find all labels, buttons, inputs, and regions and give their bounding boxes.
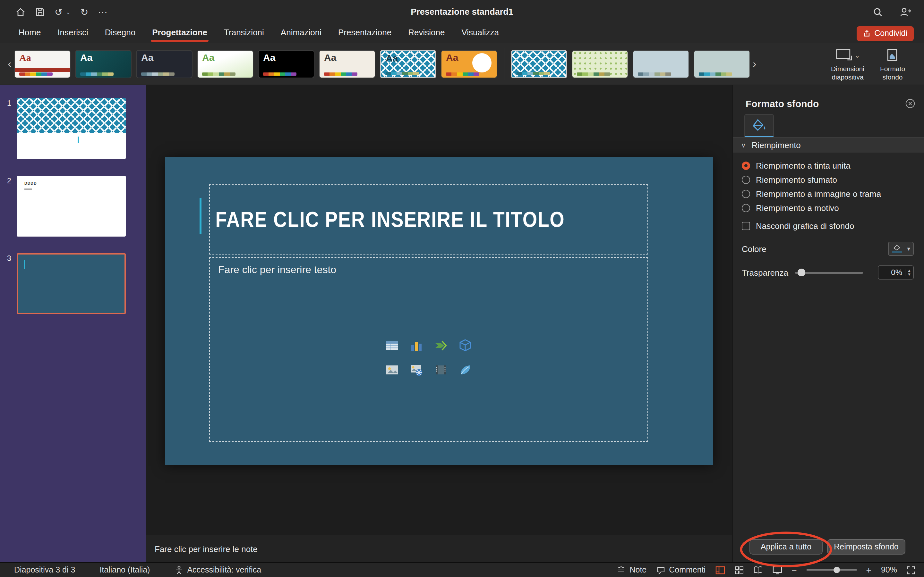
zoom-slider[interactable]	[806, 566, 857, 574]
theme-thumbnail-8[interactable]: Aa	[441, 50, 497, 78]
language-selector[interactable]: Italiano (Italia)	[99, 566, 150, 574]
fill-color-picker[interactable]: ▼	[888, 242, 914, 256]
slide-thumbnail-3-selected[interactable]	[17, 253, 126, 314]
theme-thumbnail-5[interactable]: Aa	[258, 50, 314, 78]
theme-thumbnail-6[interactable]: Aa	[319, 50, 375, 78]
accessibility-icon	[174, 566, 183, 574]
more-commands-icon[interactable]: ⋯	[98, 7, 107, 17]
radio-selected[interactable]	[742, 161, 750, 169]
fill-option-solid[interactable]: Riempimento a tinta unita	[733, 158, 924, 172]
title-placeholder[interactable]: FARE CLIC PER INSERIRE IL TITOLO	[209, 184, 648, 255]
slide-thumbnail-2[interactable]: DDDD	[17, 176, 126, 237]
theme-gallery: Aa Aa Aa Aa Aa Aa	[14, 50, 497, 78]
save-icon[interactable]	[35, 7, 45, 17]
slide-size-button[interactable]: ⌄ Dimensioni diapositiva	[827, 47, 869, 81]
reading-view-icon[interactable]	[753, 566, 762, 574]
insert-picture-icon[interactable]	[380, 358, 404, 382]
share-account-icon[interactable]	[900, 7, 911, 17]
radio[interactable]	[742, 189, 750, 198]
radio[interactable]	[742, 175, 750, 184]
theme-thumbnail-3[interactable]: Aa	[136, 50, 192, 78]
tab-disegno[interactable]: Disegno	[97, 24, 144, 43]
transparency-steppers[interactable]: ▲ ▼	[905, 269, 913, 276]
tab-transizioni[interactable]: Transizioni	[216, 24, 272, 43]
tab-home[interactable]: Home	[10, 24, 49, 43]
theme-thumbnail-1[interactable]: Aa	[14, 50, 71, 78]
slide-number: 1	[0, 98, 17, 159]
zoom-in-icon[interactable]: +	[866, 565, 871, 575]
variant-thumbnail-4[interactable]	[694, 50, 750, 78]
fill-section-header[interactable]: ∨ Riempimento	[733, 138, 924, 153]
insert-smartart-icon[interactable]	[429, 334, 453, 358]
fill-option-picture[interactable]: Riempimento a immagine o trama	[733, 187, 924, 201]
condividi-button[interactable]: Condividi	[856, 26, 914, 41]
tab-revisione[interactable]: Revisione	[400, 24, 453, 43]
fit-to-window-icon[interactable]	[907, 566, 915, 574]
format-background-button[interactable]: Formato sfondo	[871, 47, 914, 81]
fill-option-pattern[interactable]: Riempimento a motivo	[733, 201, 924, 215]
zoom-percentage[interactable]: 90%	[881, 566, 897, 574]
theme-thumbnail-2[interactable]: Aa	[75, 50, 132, 78]
slide-sorter-view-icon[interactable]	[734, 566, 743, 574]
accessibility-checker[interactable]: Accessibilità: verifica	[174, 566, 261, 574]
checkbox[interactable]	[742, 221, 750, 230]
search-icon[interactable]	[873, 7, 883, 17]
tab-inserisci[interactable]: Inserisci	[49, 24, 96, 43]
tab-visualizza[interactable]: Visualizza	[453, 24, 507, 43]
insert-chart-icon[interactable]	[404, 334, 429, 358]
gallery-next-icon[interactable]: ›	[750, 58, 759, 69]
home-icon[interactable]	[15, 7, 26, 17]
radio[interactable]	[742, 203, 750, 212]
comments-toggle[interactable]: Commenti	[656, 566, 706, 574]
theme-thumbnail-4[interactable]: Aa	[197, 50, 254, 78]
slide-size-label: Dimensioni diapositiva	[827, 65, 869, 81]
stepper-up-icon[interactable]: ▲	[907, 269, 911, 272]
slide-row-1: 1	[0, 98, 145, 159]
hide-background-graphics[interactable]: Nascondi grafica di sfondo	[733, 219, 924, 233]
slide-thumbnail-1[interactable]	[17, 98, 126, 159]
fill-option-label: Riempimento a tinta unita	[756, 161, 851, 170]
slide-size-dropdown-icon: ⌄	[855, 52, 860, 59]
slide-canvas[interactable]: FARE CLIC PER INSERIRE IL TITOLO Fare cl…	[165, 157, 713, 465]
transparency-value-spinner[interactable]: 0% ▲ ▼	[878, 266, 914, 279]
undo-icon[interactable]: ↺	[55, 7, 63, 17]
hide-background-label: Nascondi grafica di sfondo	[756, 221, 854, 230]
redo-icon[interactable]: ↻	[80, 7, 88, 17]
current-color-bar	[892, 251, 902, 253]
content-placeholder[interactable]: Fare clic per inserire testo	[209, 257, 648, 442]
panel-close-icon[interactable]	[905, 99, 915, 108]
insert-table-icon[interactable]	[380, 334, 404, 358]
insert-video-icon[interactable]	[429, 358, 453, 382]
normal-view-icon[interactable]	[715, 566, 725, 574]
stepper-down-icon[interactable]: ▼	[907, 272, 911, 276]
insert-online-picture-icon[interactable]	[404, 358, 429, 382]
zoom-out-icon[interactable]: −	[792, 565, 796, 575]
transparency-slider-knob[interactable]	[797, 269, 805, 276]
notes-toggle[interactable]: Note	[617, 566, 646, 574]
tab-progettazione[interactable]: Progettazione	[144, 24, 216, 43]
fill-option-gradient[interactable]: Riempimento sfumato	[733, 172, 924, 187]
variant-thumbnail-1-selected[interactable]	[511, 50, 567, 78]
transparency-slider[interactable]	[795, 268, 863, 277]
insert-stock-icons-icon[interactable]	[453, 358, 477, 382]
fill-option-label: Riempimento a motivo	[756, 203, 839, 213]
slide-2-title-text: DDDD	[24, 181, 37, 185]
apply-to-all-button[interactable]: Applica a tutto	[750, 539, 822, 554]
insert-3d-model-icon[interactable]	[453, 334, 477, 358]
reset-background-button[interactable]: Reimposta sfondo	[827, 539, 905, 554]
theme-thumbnail-7-selected[interactable]: Aa	[380, 50, 436, 78]
notes-pane[interactable]: Fare clic per inserire le note	[145, 535, 732, 562]
zoom-slider-knob[interactable]	[834, 567, 840, 573]
slideshow-view-icon[interactable]	[772, 566, 782, 574]
variant-gallery	[511, 50, 750, 78]
content-insert-icons	[380, 334, 477, 382]
gallery-prev-icon[interactable]: ‹	[5, 58, 14, 69]
fill-tab[interactable]	[744, 114, 774, 137]
tab-animazioni[interactable]: Animazioni	[272, 24, 330, 43]
tab-presentazione[interactable]: Presentazione	[330, 24, 400, 43]
undo-dropdown-icon[interactable]: ⌄	[66, 9, 71, 15]
slide-counter: Diapositiva 3 di 3	[14, 566, 75, 574]
variant-thumbnail-2[interactable]	[572, 50, 628, 78]
fill-section-label: Riempimento	[752, 140, 801, 150]
variant-thumbnail-3[interactable]	[633, 50, 689, 78]
